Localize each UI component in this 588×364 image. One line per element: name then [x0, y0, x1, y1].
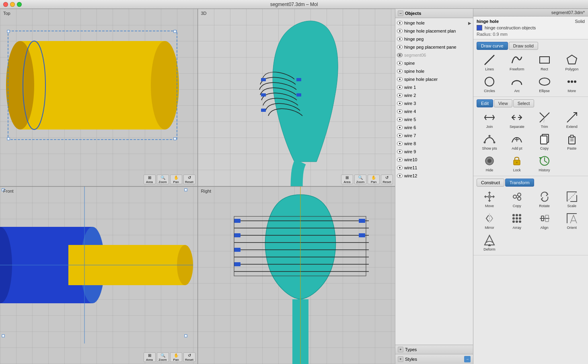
tool-mirror[interactable]: Mirror [477, 211, 502, 231]
viewport-right[interactable]: Right [198, 187, 395, 364]
obj-item-wire7[interactable]: wire 7 [395, 132, 473, 140]
objects-collapse-btn[interactable]: – [398, 10, 403, 16]
visibility-toggle-hinge-hole-placement[interactable] [397, 29, 403, 33]
zoom-tool[interactable]: 🔍Zoom [157, 175, 169, 184]
visibility-toggle-hinge-hole[interactable] [397, 21, 403, 25]
tool-polygon[interactable]: Polygon [559, 52, 585, 72]
viewport-top[interactable]: Top [0, 9, 197, 186]
styles-arrow-btn[interactable]: → [464, 356, 471, 362]
minimize-button[interactable] [10, 2, 15, 7]
obj-item-hinge-peg[interactable]: hinge peg [395, 35, 473, 43]
obj-item-wire3[interactable]: wire 3 [395, 99, 473, 107]
viewport-right-canvas[interactable]: Right [198, 187, 395, 364]
tool-arc[interactable]: Arc [504, 74, 530, 94]
tool-join[interactable]: Join [477, 110, 502, 130]
maximize-button[interactable] [17, 2, 22, 7]
obj-item-wire9[interactable]: wire 9 [395, 148, 473, 156]
visibility-toggle-hinge-peg[interactable] [397, 37, 403, 41]
pan-tool[interactable]: ✋Pan [170, 175, 182, 184]
obj-item-wire4[interactable]: wire 4 [395, 107, 473, 115]
reset-tool-front[interactable]: ↺Reset [183, 352, 195, 362]
visibility-toggle-wire9[interactable] [397, 150, 403, 154]
visibility-toggle-wire1[interactable] [397, 85, 403, 89]
select-tab[interactable]: Select [513, 99, 535, 107]
visibility-toggle-wire11[interactable] [397, 166, 403, 170]
tool-circles[interactable]: Circles [477, 74, 502, 94]
tool-copy2[interactable]: Copy [504, 189, 530, 209]
tool-orient[interactable]: Orient [559, 211, 585, 231]
types-expand-btn[interactable]: + [398, 347, 403, 352]
visibility-toggle-wire12[interactable] [397, 174, 403, 178]
viewport-3d[interactable]: 3D [198, 9, 395, 186]
draw-curve-tab[interactable]: Draw curve [477, 42, 508, 50]
tool-more[interactable]: More [559, 74, 585, 94]
obj-item-wire2[interactable]: wire 2 [395, 91, 473, 99]
tool-addpt[interactable]: Add pt [504, 132, 530, 152]
visibility-toggle-wire5[interactable] [397, 117, 403, 121]
visibility-toggle-wire3[interactable] [397, 101, 403, 105]
styles-row[interactable]: + Styles → [395, 354, 473, 364]
obj-item-wire5[interactable]: wire 5 [395, 115, 473, 123]
view-tab[interactable]: View [494, 99, 512, 107]
tool-lock[interactable]: Lock [504, 153, 530, 173]
tool-lines[interactable]: Lines [477, 52, 502, 72]
area-tool-front[interactable]: ⊞Area [144, 352, 156, 362]
visibility-toggle-wire6[interactable] [397, 125, 403, 130]
tool-move[interactable]: Move [477, 189, 502, 209]
visibility-toggle-wire10[interactable] [397, 158, 403, 162]
visibility-toggle-spine-hole-placer[interactable] [397, 77, 403, 81]
tool-paste[interactable]: Paste [559, 132, 585, 152]
visibility-toggle-wire2[interactable] [397, 93, 403, 97]
tool-rotate[interactable]: Rotate [532, 189, 557, 209]
tool-array[interactable]: Array [504, 211, 530, 231]
visibility-toggle-segment06[interactable] [397, 53, 403, 57]
construct-tab-btn[interactable]: Construct [477, 179, 504, 187]
obj-item-spine-hole-placer[interactable]: spine hole placer [395, 75, 473, 83]
obj-item-spine-hole[interactable]: spine hole [395, 67, 473, 75]
transform-tab-btn[interactable]: Transform [505, 179, 534, 187]
obj-item-wire1[interactable]: wire 1 [395, 83, 473, 91]
viewport-front-canvas[interactable]: Front [0, 187, 197, 364]
tool-trim[interactable]: Trim [532, 110, 557, 130]
visibility-toggle-spine-hole[interactable] [397, 69, 403, 73]
tool-rect[interactable]: Rect [532, 52, 557, 72]
obj-item-spine[interactable]: spine [395, 59, 473, 67]
zoom-tool-3d[interactable]: 🔍Zoom [354, 175, 366, 184]
styles-expand-btn[interactable]: + [398, 356, 403, 362]
close-button[interactable] [3, 2, 8, 7]
visibility-toggle-wire4[interactable] [397, 109, 403, 113]
reset-tool-3d[interactable]: ↺Reset [381, 175, 393, 184]
pan-tool-front[interactable]: ✋Pan [170, 352, 182, 362]
obj-item-hinge-peg-placement[interactable]: hinge peg placement pane [395, 43, 473, 51]
pan-tool-3d[interactable]: ✋Pan [368, 175, 380, 184]
draw-solid-tab[interactable]: Draw solid [509, 42, 538, 50]
visibility-toggle-wire7[interactable] [397, 134, 403, 138]
visibility-toggle-wire8[interactable] [397, 142, 403, 146]
obj-item-wire8[interactable]: wire 8 [395, 140, 473, 148]
obj-item-wire12[interactable]: wire12 [395, 172, 473, 180]
tool-hide[interactable]: Hide [477, 153, 502, 173]
tool-deform[interactable]: Deform [477, 232, 502, 253]
tool-freeform[interactable]: Freeform [504, 52, 530, 72]
tool-copy[interactable]: Copy [532, 132, 557, 152]
obj-item-hinge-hole-placement[interactable]: hinge hole placement plan [395, 27, 473, 35]
edit-tab[interactable]: Edit [477, 99, 493, 107]
tool-scale[interactable]: Scale [559, 189, 585, 209]
types-row[interactable]: + Types [395, 345, 473, 354]
visibility-toggle-hinge-peg-placement[interactable] [397, 45, 403, 49]
tool-showpts[interactable]: Show pts [477, 132, 502, 152]
visibility-toggle-spine[interactable] [397, 61, 403, 65]
viewport-top-canvas[interactable]: Top [0, 9, 197, 186]
area-tool-3d[interactable]: ⊞Area [341, 175, 353, 184]
obj-item-wire11[interactable]: wire11 [395, 164, 473, 172]
viewport-front[interactable]: Front [0, 187, 197, 364]
obj-item-wire10[interactable]: wire10 [395, 156, 473, 164]
obj-item-segment06[interactable]: segment06 [395, 51, 473, 59]
tool-align[interactable]: Align [532, 211, 557, 231]
reset-tool[interactable]: ↺Reset [183, 175, 195, 184]
viewport-3d-canvas[interactable]: 3D [198, 9, 395, 186]
obj-item-hinge-hole[interactable]: hinge hole ▶ [395, 19, 473, 27]
tool-history[interactable]: History [532, 153, 557, 173]
tool-ellipse[interactable]: Ellipse [532, 74, 557, 94]
area-tool[interactable]: ⊞Area [144, 175, 156, 184]
